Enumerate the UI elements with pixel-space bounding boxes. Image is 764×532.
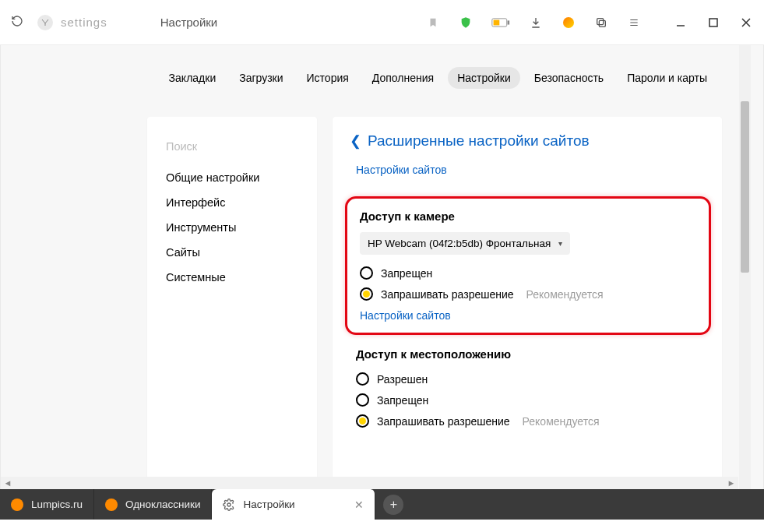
panel-header[interactable]: ❮ Расширенные настройки сайтов xyxy=(333,117,722,160)
tab-settings[interactable]: Настройки ✕ xyxy=(212,489,375,520)
gear-icon xyxy=(223,499,235,511)
scroll-right-icon[interactable]: ► xyxy=(726,477,737,488)
camera-sites-link[interactable]: Настройки сайтов xyxy=(360,309,696,322)
camera-access-section: Доступ к камере HP Webcam (04f2:b5db) Фр… xyxy=(345,196,711,335)
location-option-allowed-label: Разрешен xyxy=(377,373,428,386)
panel-header-title: Расширенные настройки сайтов xyxy=(368,132,590,150)
radio-icon xyxy=(360,266,373,280)
favicon-icon xyxy=(11,499,23,511)
sidebar-item-system[interactable]: Системные xyxy=(147,265,317,290)
minimize-icon[interactable] xyxy=(674,16,688,30)
svg-rect-4 xyxy=(597,18,604,24)
location-option-ask[interactable]: Запрашивать разрешение Рекомендуется xyxy=(356,410,699,432)
reload-icon[interactable] xyxy=(11,15,23,30)
settings-sidebar: Поиск Общие настройки Интерфейс Инструме… xyxy=(147,117,317,484)
svg-rect-5 xyxy=(709,19,717,26)
favicon-icon xyxy=(105,499,118,511)
horizontal-scrollbar[interactable]: ◄ ► xyxy=(1,477,738,489)
menu-icon[interactable] xyxy=(627,16,641,30)
recommended-label: Рекомендуется xyxy=(523,415,600,428)
content-area: Закладки Загрузки История Дополнения Нас… xyxy=(0,45,764,489)
browser-toolbar: settings Настройки xyxy=(0,0,764,45)
tab-bar: Lumpics.ru Одноклассники Настройки ✕ + xyxy=(0,489,764,520)
extension-icon[interactable] xyxy=(562,16,576,30)
sidebar-search[interactable]: Поиск xyxy=(147,134,317,159)
settings-topnav: Закладки Загрузки История Дополнения Нас… xyxy=(160,67,716,89)
tab-lumpics[interactable]: Lumpics.ru xyxy=(0,489,94,520)
tab-label: Одноклассники xyxy=(125,499,200,510)
vertical-scrollbar[interactable] xyxy=(739,45,751,489)
nav-settings[interactable]: Настройки xyxy=(448,67,520,89)
svg-rect-2 xyxy=(494,19,500,25)
sidebar-item-tools[interactable]: Инструменты xyxy=(147,215,317,240)
radio-icon xyxy=(356,372,369,386)
copy-icon[interactable] xyxy=(594,16,608,30)
maximize-icon[interactable] xyxy=(706,16,720,30)
location-option-denied-label: Запрещен xyxy=(377,394,428,407)
camera-option-ask-label: Запрашивать разрешение xyxy=(381,288,514,301)
nav-addons[interactable]: Дополнения xyxy=(363,67,443,89)
new-tab-button[interactable]: + xyxy=(383,495,403,515)
address-bar[interactable]: settings xyxy=(37,15,107,30)
nav-downloads[interactable]: Загрузки xyxy=(230,67,292,89)
sidebar-item-general[interactable]: Общие настройки xyxy=(147,165,317,190)
tab-odnoklassniki[interactable]: Одноклассники xyxy=(94,489,212,520)
battery-icon[interactable] xyxy=(491,16,510,30)
camera-option-ask[interactable]: Запрашивать разрешение Рекомендуется xyxy=(360,284,696,305)
chevron-down-icon: ▾ xyxy=(558,239,562,248)
location-access-section: Доступ к местоположению Разрешен Запреще… xyxy=(333,344,722,432)
nav-security[interactable]: Безопасность xyxy=(525,67,613,89)
tab-label: Настройки xyxy=(243,499,294,510)
nav-bookmarks[interactable]: Закладки xyxy=(160,67,226,89)
svg-point-6 xyxy=(227,503,231,506)
address-text: settings xyxy=(61,16,107,29)
radio-icon xyxy=(356,393,369,407)
camera-option-denied-label: Запрещен xyxy=(381,267,432,280)
tab-label: Lumpics.ru xyxy=(31,499,83,510)
svg-rect-1 xyxy=(508,20,510,24)
shield-icon[interactable] xyxy=(459,16,473,30)
sites-settings-link-top[interactable]: Настройки сайтов xyxy=(333,160,722,185)
location-option-denied[interactable]: Запрещен xyxy=(356,389,699,410)
camera-dropdown-value: HP Webcam (04f2:b5db) Фронтальная xyxy=(368,238,551,249)
camera-option-denied[interactable]: Запрещен xyxy=(360,262,696,284)
location-option-allowed[interactable]: Разрешен xyxy=(356,368,699,389)
download-icon[interactable] xyxy=(529,16,543,30)
toolbar-right xyxy=(426,16,753,30)
svg-rect-3 xyxy=(599,20,605,26)
page-title: Настройки xyxy=(160,16,218,29)
back-chevron-icon[interactable]: ❮ xyxy=(350,132,361,150)
nav-history[interactable]: История xyxy=(298,67,358,89)
location-option-ask-label: Запрашивать разрешение xyxy=(377,415,510,428)
camera-device-dropdown[interactable]: HP Webcam (04f2:b5db) Фронтальная ▾ xyxy=(360,232,570,255)
nav-passwords[interactable]: Пароли и карты xyxy=(618,67,716,89)
site-identity-icon xyxy=(37,15,53,30)
bookmark-icon[interactable] xyxy=(426,16,440,30)
radio-selected-icon xyxy=(356,414,369,428)
location-section-title: Доступ к местоположению xyxy=(356,347,699,361)
tab-close-icon[interactable]: ✕ xyxy=(354,499,364,511)
scroll-left-icon[interactable]: ◄ xyxy=(2,477,13,488)
sidebar-item-sites[interactable]: Сайты xyxy=(147,240,317,265)
camera-section-title: Доступ к камере xyxy=(360,210,696,223)
sidebar-item-interface[interactable]: Интерфейс xyxy=(147,190,317,215)
settings-panel: ❮ Расширенные настройки сайтов Настройки… xyxy=(333,117,722,484)
recommended-label: Рекомендуется xyxy=(526,288,604,301)
close-icon[interactable] xyxy=(739,16,753,30)
radio-selected-icon xyxy=(360,287,373,301)
scroll-thumb[interactable] xyxy=(741,101,749,273)
